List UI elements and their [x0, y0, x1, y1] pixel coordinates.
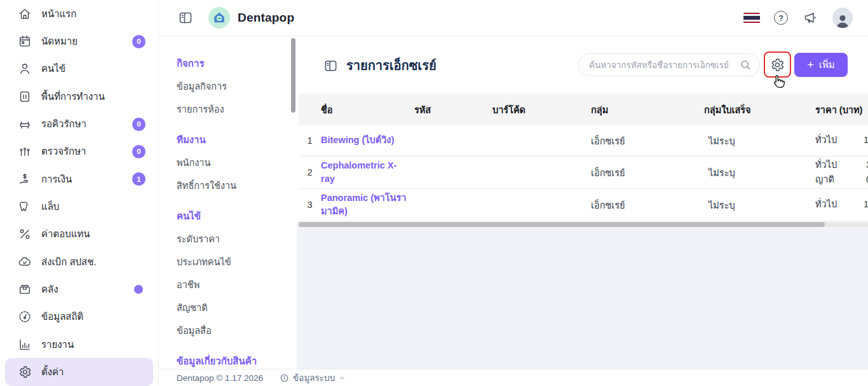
- sidebar-item-label: รายงาน: [41, 337, 74, 352]
- sidebar-item[interactable]: ข้อมูลสถิติ: [0, 303, 158, 331]
- price-tier-label: ทั่วไป: [815, 158, 837, 172]
- settings-section: คนไข้ระดับราคาประเภทคนไข้อาชีพสัญชาติข้อ…: [177, 205, 297, 341]
- price-cell: ทั่วไป3ญาติ0: [815, 158, 868, 186]
- sidebar-item-label: รอคิวรักษา: [41, 116, 86, 132]
- sidebar-item-label: ค่าตอบแทน: [41, 226, 90, 242]
- sidebar-item[interactable]: แล็บ: [0, 193, 158, 220]
- notification-dot: [134, 285, 143, 294]
- settings-nav-item[interactable]: ระดับราคา: [177, 227, 297, 250]
- sidebar-item[interactable]: คลัง: [0, 275, 158, 303]
- settings-section: ทีมงานพนักงานสิทธิ์การใช้งาน: [177, 129, 297, 196]
- price-tier-label: ทั่วไป: [815, 198, 837, 211]
- dentapop-logo-icon: [208, 7, 230, 29]
- cloud-icon: [17, 255, 33, 269]
- system-info-button[interactable]: ข้อมูลระบบ: [280, 371, 346, 385]
- column-header: กลุ่ม: [591, 102, 704, 117]
- settings-nav-item[interactable]: สัญชาติ: [177, 296, 297, 319]
- scrollbar-thumb[interactable]: [299, 222, 825, 227]
- sidebar-item[interactable]: คนไข้: [0, 55, 158, 83]
- settings-nav-item[interactable]: พนักงาน: [177, 151, 297, 174]
- settings-section-title: ข้อมูลเกี่ยวกับสินค้า: [177, 350, 297, 369]
- person-icon: [17, 62, 33, 76]
- gauge-icon: [17, 310, 33, 324]
- xray-item-link[interactable]: Bitewing (ไบต์วิง): [321, 135, 394, 145]
- row-number: 2: [299, 167, 321, 177]
- panel-icon: [323, 59, 338, 73]
- price-value: 1,: [864, 198, 868, 211]
- settings-section: ข้อมูลเกี่ยวกับสินค้า: [177, 350, 297, 369]
- receipt-group-cell: ไม่ระบุ: [704, 134, 815, 148]
- xray-item-link[interactable]: Cephalometric X-ray: [321, 160, 397, 184]
- settings-nav-item[interactable]: ประเภทคนไข้: [177, 250, 297, 273]
- price-cell: ทั่วไป1,: [815, 198, 868, 211]
- sidebar-item-label: ส่งเบิก สปสช.: [41, 254, 97, 270]
- user-avatar[interactable]: [832, 8, 853, 28]
- sidebar-item[interactable]: พื้นที่การทำงาน: [0, 83, 158, 110]
- tooth-icon: [17, 200, 33, 214]
- settings-nav-item[interactable]: ข้อมูลกิจการ: [177, 74, 297, 97]
- table-settings-button[interactable]: [765, 53, 789, 76]
- count-badge: 1: [132, 172, 146, 186]
- sidebar-item-label: คลัง: [41, 282, 58, 297]
- workspace-icon: [17, 90, 33, 104]
- sidebar-item-label: ตั้งค่า: [41, 364, 64, 380]
- sidebar-item[interactable]: หน้าแรก: [0, 0, 158, 27]
- add-button[interactable]: + เพิ่ม: [794, 53, 848, 77]
- settings-nav-item[interactable]: รายการห้อง: [177, 97, 297, 120]
- price-tier-label: ญาติ: [815, 173, 834, 186]
- sidebar-toggle-icon[interactable]: [178, 10, 193, 25]
- count-badge: 0: [132, 145, 146, 158]
- chair-icon: [17, 117, 33, 131]
- settings-sidebar-scrollbar[interactable]: [291, 38, 295, 113]
- settings-section-title: คนไข้: [177, 205, 297, 227]
- table-horizontal-scrollbar[interactable]: [299, 222, 868, 227]
- sidebar-item[interactable]: ตั้งค่า: [5, 358, 153, 385]
- search-icon: [739, 59, 752, 71]
- sidebar-item-label: ตรวจรักษา: [41, 144, 86, 159]
- settings-nav-item[interactable]: สิทธิ์การใช้งาน: [177, 174, 297, 196]
- help-icon[interactable]: ?: [774, 11, 788, 25]
- calendar-icon: [17, 34, 33, 48]
- sidebar-item[interactable]: ส่งเบิก สปสช.: [0, 248, 158, 275]
- thai-flag-icon[interactable]: [743, 13, 760, 24]
- search-box: [578, 53, 760, 76]
- percent-icon: [17, 227, 33, 241]
- tools-icon: [17, 144, 33, 158]
- table-row: 2Cephalometric X-rayเอ็กซเรย์ไม่ระบุทั่ว…: [299, 156, 868, 189]
- settings-section: กิจการข้อมูลกิจการรายการห้อง: [177, 53, 297, 120]
- sidebar-item[interactable]: ตรวจรักษา0: [0, 138, 158, 165]
- sidebar-item[interactable]: รายงาน: [0, 331, 158, 358]
- column-header: รหัส: [414, 102, 492, 117]
- sidebar-item-label: การเงิน: [41, 172, 72, 187]
- sidebar-item-label: คนไข้: [41, 61, 65, 76]
- sidebar-item-label: พื้นที่การทำงาน: [41, 89, 105, 104]
- sidebar-item[interactable]: การเงิน1: [0, 165, 158, 193]
- count-badge: 0: [132, 35, 146, 48]
- column-header: กลุ่มใบเสร็จ: [704, 102, 815, 117]
- box-icon: [17, 282, 33, 296]
- price-cell: ทั่วไป1,: [815, 134, 868, 147]
- header-actions: ?: [743, 8, 868, 28]
- primary-sidebar: หน้าแรกนัดหมาย0คนไข้พื้นที่การทำงานรอคิว…: [0, 0, 159, 386]
- money-icon: [17, 172, 33, 186]
- settings-section-title: กิจการ: [177, 53, 297, 74]
- sidebar-item[interactable]: นัดหมาย0: [0, 27, 158, 55]
- price-value: 1,: [864, 134, 868, 147]
- settings-nav-item[interactable]: ข้อมูลสื่อ: [177, 319, 297, 341]
- sidebar-item[interactable]: รอคิวรักษา0: [0, 110, 158, 137]
- footer: Dentapop © 1.17 2026 ข้อมูลระบบ: [159, 369, 868, 386]
- settings-sidebar: กิจการข้อมูลกิจการรายการห้องทีมงานพนักงา…: [159, 36, 297, 369]
- search-input[interactable]: [589, 60, 739, 70]
- row-number: 1: [299, 135, 321, 146]
- column-header: บาร์โค้ด: [492, 102, 591, 117]
- count-badge: 0: [132, 118, 146, 131]
- column-header: ชื่อ: [321, 102, 414, 117]
- announcements-icon[interactable]: [802, 10, 818, 25]
- xray-table: ชื่อรหัสบาร์โค้ดกลุ่มกลุ่มใบเสร็จราคา (บ…: [299, 93, 868, 221]
- settings-section-title: ทีมงาน: [177, 129, 297, 151]
- page-header: รายการเอ็กซเรย์ + เพิ่ม: [297, 36, 868, 84]
- sidebar-item[interactable]: ค่าตอบแทน: [0, 221, 158, 248]
- settings-nav-item[interactable]: อาชีพ: [177, 273, 297, 296]
- group-cell: เอ็กซเรย์: [591, 165, 704, 180]
- xray-item-link[interactable]: Panoramic (พาโนรามามิค): [321, 193, 406, 216]
